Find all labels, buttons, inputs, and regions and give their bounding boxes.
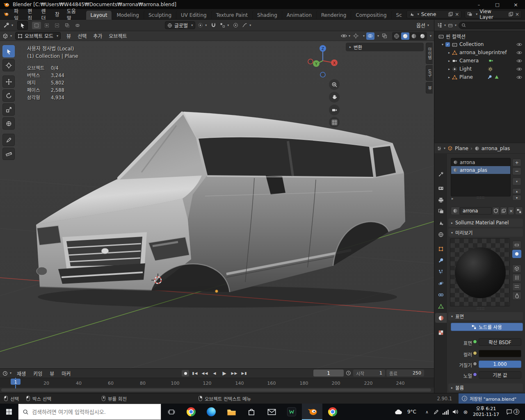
play-button[interactable]: ▶ — [220, 370, 228, 377]
node-tree-button[interactable] — [515, 207, 523, 215]
tool-scale[interactable] — [2, 103, 15, 116]
breadcrumb-object[interactable]: Plane — [455, 146, 468, 151]
tab-output[interactable] — [436, 195, 446, 205]
preview-cube-button[interactable] — [512, 265, 521, 273]
taskbar-app-chrome[interactable] — [181, 404, 201, 420]
tool-select-box[interactable] — [2, 45, 15, 57]
tab-physics[interactable] — [436, 278, 446, 288]
tab-view-layer[interactable] — [436, 206, 446, 216]
timeline-scrollbar[interactable] — [1, 388, 431, 392]
taskbar-app-store[interactable] — [242, 404, 261, 420]
remove-slot-button[interactable]: − — [512, 167, 521, 175]
surface-panel-header[interactable]: ▾표면 — [448, 312, 523, 320]
tab-object[interactable] — [436, 244, 446, 254]
menu-file[interactable]: 파일 — [10, 9, 24, 19]
overlays-toggle[interactable] — [366, 32, 374, 40]
menu-marker[interactable]: 마커 — [58, 369, 74, 378]
outliner-row-plane[interactable]: ▸ Plane — [434, 73, 525, 81]
frame-end-field[interactable]: 종료 250 — [386, 370, 424, 377]
shading-wireframe-button[interactable] — [393, 32, 401, 40]
tab-scene[interactable] — [436, 218, 446, 228]
menu-help[interactable]: 도움말 — [63, 9, 80, 19]
material-slot-arrona[interactable]: arrona — [451, 158, 510, 166]
current-frame-field[interactable]: 1 — [313, 370, 344, 377]
new-view-layer-icon[interactable] — [509, 12, 513, 16]
tab-animation[interactable]: Animation — [282, 11, 316, 20]
light-visibility-toggle[interactable] — [516, 67, 522, 71]
sidebar-tab-tool[interactable]: 도구 — [426, 65, 433, 81]
plane-visibility-toggle[interactable] — [516, 75, 522, 79]
tray-network-icon[interactable] — [441, 404, 450, 420]
object-visibility-dropdown[interactable]: ▾ — [341, 34, 350, 38]
jump-to-start-button[interactable]: ▮◀ — [191, 370, 199, 377]
viewport-editor-type-dropdown[interactable]: ▾ — [2, 33, 12, 39]
tab-render[interactable] — [436, 183, 446, 193]
tray-speaker-icon[interactable] — [450, 404, 460, 420]
taskbar-app-w[interactable] — [282, 404, 301, 420]
active-tool-button[interactable] — [17, 21, 28, 30]
outliner-editor-dropdown[interactable]: ▾ — [437, 23, 446, 28]
copy-material-button[interactable] — [500, 207, 507, 215]
preview-sphere-button[interactable] — [512, 250, 521, 258]
proportional-edit-toggle[interactable] — [231, 22, 240, 29]
view-layer-selector[interactable]: ▾ View Layer × — [465, 10, 522, 18]
snap-target-dropdown[interactable]: ▾ — [220, 23, 229, 28]
taskbar-app-explorer[interactable] — [221, 404, 241, 420]
remove-view-layer-icon[interactable]: × — [515, 11, 519, 17]
tool-annotate[interactable] — [2, 134, 15, 146]
falloff-dropdown[interactable]: ▾ — [242, 23, 251, 28]
close-button[interactable]: × — [507, 0, 525, 9]
outliner-row-camera[interactable]: ▸ Camera — [434, 57, 525, 65]
viewport-3d[interactable]: ▾ 오브젝트 모드 ▾ 뷰 선택 추가 오브젝트 ▾ ▾ ▾ — [0, 31, 434, 368]
tab-material[interactable] — [435, 313, 447, 323]
gizmo-toggle[interactable] — [352, 32, 360, 40]
start-button[interactable] — [0, 404, 18, 420]
menu-render[interactable]: 렌더 — [38, 9, 51, 19]
taskbar-search-box[interactable] — [18, 404, 161, 420]
add-slot-button[interactable]: + — [512, 159, 521, 167]
ortho-toggle-button[interactable] — [329, 117, 340, 128]
collection-checkbox[interactable]: ✓ — [445, 42, 450, 47]
tab-sculpting[interactable]: Sculpting — [144, 11, 176, 20]
timeline-editor-dropdown[interactable]: ▾ — [2, 371, 11, 376]
fake-user-button[interactable] — [492, 207, 500, 215]
browse-material-button[interactable] — [451, 207, 460, 215]
shading-solid-button[interactable] — [401, 32, 409, 40]
preview-cloth-button[interactable] — [512, 283, 521, 291]
shading-material-button[interactable] — [410, 32, 418, 40]
outliner-display-mode-dropdown[interactable]: ▾ — [448, 23, 457, 28]
minimize-button[interactable]: – — [470, 0, 488, 9]
mode-dropdown[interactable]: 오브젝트 모드 ▾ — [15, 32, 61, 40]
slot-specials-button[interactable]: ▾ — [512, 178, 521, 185]
shading-rendered-button[interactable] — [418, 32, 427, 40]
sidebar-tab-item[interactable]: 아이템 — [426, 43, 433, 64]
preview-range-toggle[interactable] — [346, 370, 351, 377]
weather-icon[interactable] — [393, 404, 404, 420]
camera-view-button[interactable] — [329, 105, 340, 115]
navigation-gizmo[interactable]: Z X Y — [306, 43, 340, 80]
select-subtract-toggle[interactable] — [52, 22, 62, 29]
outliner-row-light[interactable]: ▸ Light — [434, 65, 525, 73]
menu-view[interactable]: 뷰 — [63, 31, 74, 41]
tab-world[interactable] — [436, 230, 446, 240]
tray-pen-icon[interactable] — [431, 404, 441, 420]
color-swatch-field[interactable] — [479, 350, 521, 357]
task-view-button[interactable] — [162, 404, 180, 420]
move-slot-up-button[interactable]: ▴ — [512, 188, 521, 194]
tab-compositing[interactable]: Compositing — [351, 11, 391, 20]
snap-toggle[interactable] — [209, 22, 217, 29]
roughness-slider[interactable]: 1.000 — [479, 361, 521, 368]
menu-select[interactable]: 선택 — [74, 31, 90, 41]
sidebar-tab-view[interactable]: 뷰 — [426, 82, 433, 94]
slot-list-grip[interactable]: ::::: — [472, 195, 489, 199]
transform-panel-collapsed[interactable]: ▸ 변환 — [346, 43, 424, 51]
tab-layout[interactable]: Layout — [86, 11, 112, 20]
volume-panel-header[interactable]: ▸볼륨 — [448, 383, 523, 392]
preview-panel-header[interactable]: ▾미리보기 — [448, 228, 523, 237]
collection-visibility-toggle[interactable] — [516, 43, 522, 46]
taskbar-clock[interactable]: 오후 6:21 2021-11-17 — [470, 404, 502, 420]
menu-object[interactable]: 오브젝트 — [105, 31, 130, 41]
blender-menu-icon[interactable] — [3, 11, 9, 17]
pan-button[interactable] — [329, 92, 340, 103]
material-name-field[interactable]: arrona — [460, 207, 492, 215]
